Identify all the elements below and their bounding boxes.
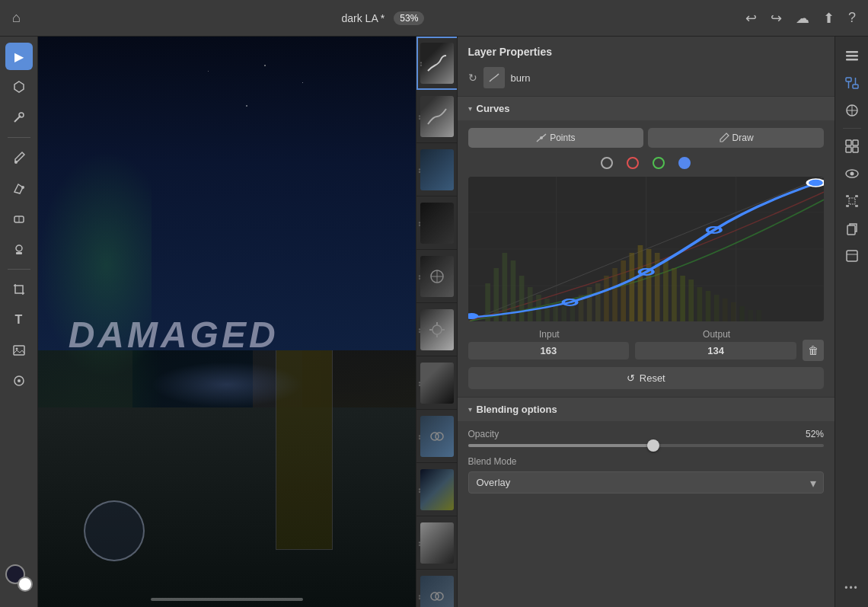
layer-arrow-1: ↕ — [420, 59, 423, 68]
reset-button[interactable]: ↺ Reset — [468, 367, 825, 389]
blending-title: Blending options — [477, 404, 557, 415]
channel-red[interactable] — [627, 157, 639, 169]
svg-rect-51 — [621, 260, 626, 321]
far-right-sep-1 — [843, 128, 861, 129]
layer-thumb-11[interactable]: ↕ — [416, 570, 458, 607]
svg-rect-49 — [604, 276, 609, 321]
blending-chevron: ▾ — [468, 405, 472, 414]
tool-text[interactable]: T — [5, 306, 33, 334]
blend-mode-label: Blend Mode — [468, 456, 825, 467]
opacity-slider-thumb[interactable] — [647, 439, 659, 452]
svg-point-71 — [807, 179, 824, 187]
opacity-label: Opacity — [468, 429, 499, 439]
layer-thumb-4[interactable]: ↕ — [416, 196, 458, 250]
svg-rect-58 — [680, 276, 685, 321]
canvas-circle-overlay — [84, 500, 145, 561]
tool-magic-wand[interactable] — [5, 104, 33, 131]
home-icon[interactable]: ⌂ — [12, 10, 21, 26]
tool-separator-2 — [8, 269, 30, 270]
svg-rect-86 — [853, 147, 858, 152]
svg-rect-39 — [519, 276, 524, 321]
tool-paint[interactable] — [5, 174, 33, 202]
svg-rect-44 — [561, 306, 566, 321]
curves-graph[interactable] — [468, 177, 825, 321]
tool-brush[interactable] — [5, 144, 33, 171]
filters-icon-btn[interactable] — [839, 97, 865, 123]
output-value[interactable]: 134 — [635, 342, 796, 359]
channel-blue[interactable] — [678, 157, 691, 169]
svg-rect-67 — [756, 310, 761, 321]
svg-point-27 — [540, 136, 543, 139]
tool-stamp[interactable] — [5, 235, 33, 263]
topbar-left: ⌂ — [12, 10, 21, 26]
redo-icon[interactable]: ↪ — [771, 10, 782, 27]
svg-rect-7 — [16, 252, 22, 254]
tool-image[interactable] — [5, 337, 33, 364]
svg-rect-66 — [748, 310, 753, 321]
svg-rect-90 — [847, 225, 855, 235]
zoom-badge[interactable]: 53% — [394, 11, 424, 25]
help-icon[interactable]: ? — [848, 10, 856, 26]
cloud-icon[interactable]: ☁ — [796, 10, 809, 27]
svg-rect-65 — [739, 306, 745, 321]
copy-btn[interactable] — [839, 216, 865, 241]
layer-thumb-9[interactable]: ↕ — [416, 463, 458, 516]
opacity-slider-track[interactable] — [468, 444, 825, 447]
curves-section-header[interactable]: ▾ Curves — [458, 96, 835, 120]
tool-crop[interactable] — [5, 276, 33, 303]
tool-heal[interactable] — [5, 367, 33, 395]
visibility-btn[interactable] — [839, 161, 865, 187]
layer-thumb-5[interactable]: ↕ — [416, 250, 458, 303]
input-value[interactable]: 163 — [468, 342, 630, 359]
io-labels-row: Input Output — [468, 329, 825, 340]
layer-thumb-2[interactable]: ↕ — [416, 90, 458, 143]
share-icon[interactable]: ⬆ — [823, 10, 834, 27]
canvas-text-overlay: DAMAGED — [69, 314, 279, 356]
more-options-btn[interactable]: ••• — [839, 575, 865, 601]
svg-point-9 — [15, 348, 18, 350]
layer-thumb-10[interactable]: ↕ — [416, 516, 458, 570]
blending-section-header[interactable]: ▾ Blending options — [458, 397, 835, 421]
svg-rect-42 — [544, 299, 550, 321]
svg-point-21 — [436, 433, 443, 440]
layer-thumb-7[interactable]: ↕ — [416, 356, 458, 410]
draw-button[interactable]: Draw — [648, 128, 824, 148]
curves-buttons: Points Draw — [468, 128, 825, 148]
svg-point-11 — [18, 379, 21, 382]
fx-btn[interactable] — [839, 243, 865, 269]
points-button[interactable]: Points — [468, 128, 644, 148]
layer-thumb-1[interactable]: ↕ — [416, 37, 458, 90]
left-toolbar: ▶ T — [0, 37, 38, 607]
svg-rect-50 — [612, 268, 617, 321]
svg-rect-74 — [846, 55, 858, 57]
layer-name-text[interactable]: burn — [511, 72, 531, 84]
main-area: ▶ T — [0, 37, 868, 607]
svg-rect-36 — [493, 268, 499, 321]
channel-green[interactable] — [653, 157, 665, 169]
io-values-row: 163 134 🗑 — [468, 340, 825, 361]
tool-separator-1 — [8, 137, 30, 138]
svg-rect-64 — [731, 302, 736, 321]
select-subject-btn[interactable] — [839, 188, 865, 214]
add-layer-btn[interactable] — [839, 133, 865, 159]
layers-icon-btn[interactable] — [839, 43, 865, 69]
undo-icon[interactable]: ↩ — [745, 10, 757, 27]
canvas-background: DAMAGED — [38, 37, 416, 607]
channel-gray[interactable] — [601, 157, 613, 169]
background-color[interactable] — [18, 577, 33, 592]
layer-name-row: ↻ burn — [458, 64, 835, 96]
delete-point-button[interactable]: 🗑 — [803, 340, 824, 361]
tool-select[interactable]: ▶ — [5, 43, 33, 70]
svg-rect-59 — [688, 280, 694, 321]
layer-thumb-3[interactable]: ↕ — [416, 143, 458, 196]
canvas-scroll-indicator[interactable] — [151, 598, 303, 601]
tool-eraser[interactable] — [5, 205, 33, 232]
canvas-area[interactable]: DAMAGED — [38, 37, 416, 607]
layer-thumb-8[interactable]: ↕ — [416, 410, 458, 463]
blend-mode-select[interactable]: Normal Multiply Screen Overlay Darken Li… — [468, 471, 825, 494]
svg-rect-77 — [853, 85, 858, 88]
layer-thumb-6[interactable]: ↕ — [416, 303, 458, 356]
tool-lasso[interactable] — [5, 73, 33, 101]
adjustments-icon-btn[interactable] — [839, 70, 865, 96]
svg-rect-83 — [846, 140, 851, 145]
